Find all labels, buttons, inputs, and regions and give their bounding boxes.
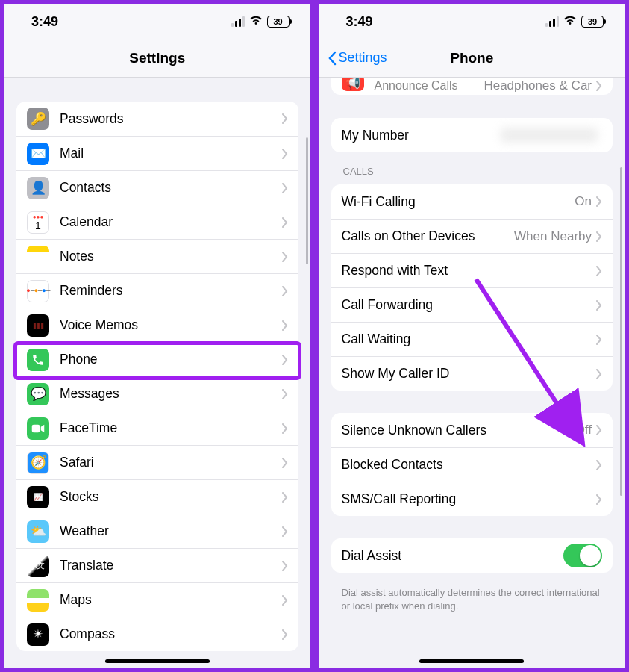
- chevron-right-icon: [596, 196, 602, 207]
- cell-translate[interactable]: A文 Translate: [16, 548, 298, 582]
- calls-group: Wi-Fi Calling On Calls on Other Devices …: [331, 184, 613, 391]
- cell-calls-other-devices[interactable]: Calls on Other Devices When Nearby: [331, 219, 613, 253]
- cell-label: Calls on Other Devices: [342, 228, 515, 244]
- chevron-right-icon: [282, 320, 288, 331]
- my-number-group: My Number: [331, 118, 613, 152]
- notes-icon: [27, 246, 49, 268]
- cell-label: Reminders: [60, 283, 282, 299]
- cell-respond-with-text[interactable]: Respond with Text: [331, 253, 613, 287]
- cell-maps[interactable]: Maps: [16, 582, 298, 617]
- phone-icon: [27, 349, 49, 371]
- back-button[interactable]: Settings: [319, 50, 387, 66]
- silence-group: Silence Unknown Callers Off Blocked Cont…: [331, 413, 613, 516]
- cell-label: Wi-Fi Calling: [342, 194, 575, 210]
- compass-icon: ✴︎: [27, 623, 49, 646]
- home-indicator[interactable]: [419, 659, 524, 663]
- cell-label: Passwords: [60, 111, 282, 127]
- chevron-right-icon: [596, 300, 602, 311]
- cell-label: Mail: [60, 146, 282, 161]
- settings-screen: 3:49 39 Settings 🔑 Passwords ✉️ Mail 👤 C: [0, 0, 315, 672]
- cell-label: Notes: [60, 249, 282, 264]
- cell-calendar[interactable]: ●●●1 Calendar: [16, 205, 298, 239]
- cell-notes[interactable]: Notes: [16, 239, 298, 273]
- cell-label: Respond with Text: [342, 263, 597, 279]
- cell-call-forwarding[interactable]: Call Forwarding: [331, 287, 613, 322]
- cell-label: Voice Memos: [60, 317, 282, 333]
- chevron-right-icon: [282, 389, 288, 399]
- back-label: Settings: [339, 50, 387, 66]
- facetime-icon: [27, 417, 49, 440]
- cell-label: Stocks: [60, 489, 282, 505]
- home-indicator[interactable]: [105, 659, 210, 663]
- cell-label: Call Waiting: [342, 332, 597, 347]
- cell-label: Maps: [60, 592, 282, 608]
- cell-detail: When Nearby: [514, 229, 592, 244]
- dial-assist-toggle[interactable]: [563, 544, 602, 567]
- cell-wifi-calling[interactable]: Wi-Fi Calling On: [331, 184, 613, 219]
- my-number-value: [501, 128, 598, 143]
- chevron-right-icon: [282, 252, 288, 262]
- cell-passwords[interactable]: 🔑 Passwords: [16, 102, 298, 136]
- cell-label: Phone: [60, 352, 282, 367]
- status-bar: 3:49 39: [4, 4, 310, 39]
- cell-contacts[interactable]: 👤 Contacts: [16, 170, 298, 205]
- chevron-right-icon: [282, 423, 288, 434]
- cell-label: Show My Caller ID: [342, 366, 597, 382]
- group-header-calls: CALLS: [319, 161, 625, 181]
- scroll-indicator[interactable]: [620, 167, 622, 496]
- status-time: 3:49: [31, 14, 58, 30]
- cell-dial-assist[interactable]: Dial Assist: [331, 538, 613, 573]
- cell-label: Safari: [60, 455, 282, 470]
- messages-icon: 💬: [27, 383, 49, 405]
- cell-label: Announce Calls: [375, 79, 484, 93]
- battery-icon: 39: [267, 16, 290, 28]
- dial-assist-footer: Dial assist automatically determines the…: [319, 582, 625, 612]
- cell-voicememos[interactable]: ⦀⦀⦀ Voice Memos: [16, 308, 298, 342]
- cell-weather[interactable]: ⛅ Weather: [16, 514, 298, 548]
- chevron-right-icon: [596, 494, 602, 505]
- cell-label: Calendar: [60, 214, 282, 230]
- chevron-right-icon: [596, 81, 602, 91]
- cell-sms-call-reporting[interactable]: SMS/Call Reporting: [331, 482, 613, 516]
- cell-label: SMS/Call Reporting: [342, 491, 597, 507]
- cellular-signal-icon: [545, 16, 559, 27]
- status-right: 39: [231, 14, 290, 30]
- cell-facetime[interactable]: FaceTime: [16, 411, 298, 445]
- cell-messages[interactable]: 💬 Messages: [16, 376, 298, 411]
- mail-icon: ✉️: [27, 143, 49, 165]
- cell-label: Weather: [60, 523, 282, 539]
- cell-compass[interactable]: ✴︎ Compass: [16, 617, 298, 651]
- cell-reminders[interactable]: ●━●━●━ Reminders: [16, 273, 298, 308]
- cell-phone[interactable]: Phone: [16, 342, 298, 376]
- phone-content: 📢 Announce Calls Headphones & Car My Num…: [319, 78, 625, 668]
- cell-announce-calls[interactable]: 📢 Announce Calls Headphones & Car: [331, 78, 613, 95]
- scroll-indicator[interactable]: [306, 137, 308, 264]
- chevron-right-icon: [282, 561, 288, 571]
- cell-silence-unknown-callers[interactable]: Silence Unknown Callers Off: [331, 413, 613, 447]
- battery-icon: 39: [581, 16, 604, 28]
- reminders-icon: ●━●━●━: [27, 280, 49, 302]
- cell-call-waiting[interactable]: Call Waiting: [331, 322, 613, 356]
- cell-blocked-contacts[interactable]: Blocked Contacts: [331, 447, 613, 482]
- cell-label: Dial Assist: [342, 548, 564, 564]
- chevron-right-icon: [282, 595, 288, 606]
- voicememos-icon: ⦀⦀⦀: [27, 314, 49, 337]
- nav-bar: Settings: [4, 39, 310, 78]
- cell-label: Messages: [60, 386, 282, 402]
- key-icon: 🔑: [27, 108, 49, 130]
- safari-icon: 🧭: [27, 452, 49, 474]
- cell-label: Blocked Contacts: [342, 457, 597, 473]
- chevron-right-icon: [596, 266, 602, 276]
- cell-label: FaceTime: [60, 420, 282, 436]
- cell-label: My Number: [342, 128, 501, 143]
- phone-settings-screen: 3:49 39 Settings Phone 📢 Announce Calls …: [315, 0, 630, 672]
- cell-label: Call Forwarding: [342, 297, 597, 313]
- cell-stocks[interactable]: 📈 Stocks: [16, 479, 298, 514]
- stocks-icon: 📈: [27, 486, 49, 508]
- cellular-signal-icon: [231, 16, 245, 27]
- cell-show-caller-id[interactable]: Show My Caller ID: [331, 356, 613, 391]
- cell-my-number[interactable]: My Number: [331, 118, 613, 152]
- cell-label: Compass: [60, 626, 282, 642]
- cell-safari[interactable]: 🧭 Safari: [16, 445, 298, 479]
- cell-mail[interactable]: ✉️ Mail: [16, 136, 298, 170]
